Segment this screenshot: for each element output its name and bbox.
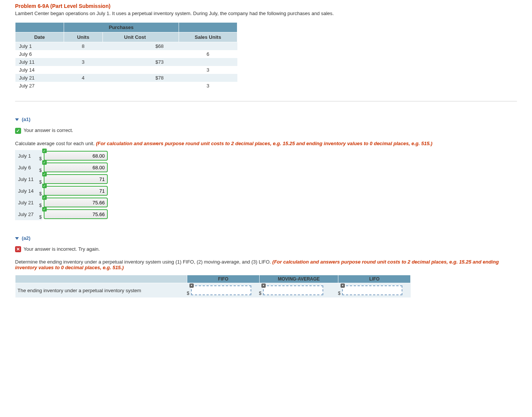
hint-text: (For calculation and answers purpose rou… bbox=[96, 141, 433, 146]
table-row: July 6 6 bbox=[15, 50, 237, 58]
cell-unit-cost: $73 bbox=[102, 58, 179, 66]
chevron-down-icon bbox=[15, 118, 19, 121]
table-row: July 11 3 $73 bbox=[15, 58, 237, 66]
col-date: Date bbox=[15, 32, 64, 42]
col-sales-units: Sales Units bbox=[179, 32, 237, 42]
answer-row: July 1 ✓ $ bbox=[15, 150, 109, 162]
purchases-header: Purchases bbox=[64, 23, 179, 32]
answer-input[interactable] bbox=[44, 163, 108, 172]
answer-label: July 11 bbox=[15, 173, 42, 185]
answer-label: July 27 bbox=[15, 208, 42, 220]
cell-unit-cost: $78 bbox=[102, 74, 179, 82]
x-icon: ✕ bbox=[15, 246, 21, 252]
answer-input[interactable] bbox=[44, 209, 108, 219]
cell-unit-cost: $68 bbox=[102, 42, 179, 51]
cell-sales bbox=[179, 42, 237, 51]
feedback-correct: ✓ Your answer is correct. bbox=[15, 127, 517, 134]
dollar-sign: $ bbox=[259, 291, 261, 296]
answer-row: July 11 ✓ $ bbox=[15, 173, 109, 185]
check-icon: ✓ bbox=[15, 128, 21, 134]
check-icon: ✓ bbox=[42, 149, 47, 153]
col-lifo: LIFO bbox=[338, 275, 411, 283]
problem-intro: Lambert Center began operations on July … bbox=[15, 11, 517, 16]
answer-table-a1: July 1 ✓ $ July 6 ✓ $ July 11 ✓ $ bbox=[15, 150, 109, 220]
cell-sales bbox=[179, 74, 237, 82]
answer-input[interactable] bbox=[44, 186, 108, 196]
cell-units bbox=[64, 66, 102, 74]
feedback-text: Your answer is incorrect. Try again. bbox=[23, 246, 100, 252]
cell-date: July 1 bbox=[15, 42, 64, 51]
x-icon: ✕ bbox=[190, 284, 194, 288]
answer-label: July 21 bbox=[15, 197, 42, 208]
fifo-input[interactable] bbox=[191, 285, 251, 295]
cell-sales bbox=[179, 58, 237, 66]
cell-sales: 3 bbox=[179, 82, 237, 90]
answer-row: July 21 ✓ $ bbox=[15, 197, 109, 208]
answer-input[interactable] bbox=[44, 151, 108, 161]
col-fifo: FIFO bbox=[187, 275, 260, 283]
question-text: Calculate average cost for each unit. bbox=[15, 141, 96, 146]
divider bbox=[15, 101, 517, 101]
check-icon: ✓ bbox=[42, 172, 47, 176]
moving-average-input[interactable] bbox=[263, 285, 323, 295]
cell-units bbox=[64, 82, 102, 90]
question-a1: Calculate average cost for each unit. (F… bbox=[15, 141, 517, 146]
dollar-sign: $ bbox=[39, 179, 42, 185]
col-units: Units bbox=[64, 32, 102, 42]
check-icon: ✓ bbox=[42, 184, 47, 188]
answer-row: July 6 ✓ $ bbox=[15, 162, 109, 173]
col-unit-cost: Unit Cost bbox=[102, 32, 179, 42]
question-a2: Determine the ending inventory under a p… bbox=[15, 259, 517, 270]
dollar-sign: $ bbox=[338, 291, 341, 296]
dollar-sign: $ bbox=[39, 168, 42, 173]
cell-date: July 11 bbox=[15, 58, 64, 66]
row-label: The ending inventory under a perpetual i… bbox=[15, 283, 187, 298]
dollar-sign: $ bbox=[187, 291, 190, 296]
table-row: July 1 8 $68 bbox=[15, 42, 237, 51]
table-row: July 21 4 $78 bbox=[15, 74, 237, 82]
cell-units: 3 bbox=[64, 58, 102, 66]
cell-sales: 6 bbox=[179, 50, 237, 58]
x-icon: ✕ bbox=[341, 284, 345, 288]
x-icon: ✕ bbox=[261, 284, 266, 288]
cell-sales: 3 bbox=[179, 66, 237, 74]
feedback-text: Your answer is correct. bbox=[23, 127, 73, 133]
cell-date: July 21 bbox=[15, 74, 64, 82]
lifo-input[interactable] bbox=[342, 285, 402, 295]
cell-units bbox=[64, 50, 102, 58]
answer-row: July 27 ✓ $ bbox=[15, 208, 109, 220]
section-label: (a2) bbox=[22, 235, 31, 241]
dollar-sign: $ bbox=[39, 203, 42, 208]
table-row: July 14 3 bbox=[15, 66, 237, 74]
dollar-sign: $ bbox=[39, 191, 42, 196]
cell-unit-cost bbox=[102, 82, 179, 90]
answer-label: July 14 bbox=[15, 185, 42, 197]
section-toggle-a1[interactable]: (a1) bbox=[15, 117, 517, 122]
cell-date: July 27 bbox=[15, 82, 64, 90]
check-icon: ✓ bbox=[42, 207, 47, 212]
table-row: July 27 3 bbox=[15, 82, 237, 90]
problem-title: Problem 6-9A (Part Level Submission) bbox=[15, 3, 517, 9]
cell-date: July 14 bbox=[15, 66, 64, 74]
cell-units: 8 bbox=[64, 42, 102, 51]
purchases-sales-table: Purchases Date Units Unit Cost Sales Uni… bbox=[15, 22, 237, 90]
answer-input[interactable] bbox=[44, 174, 108, 184]
check-icon: ✓ bbox=[42, 195, 47, 200]
dollar-sign: $ bbox=[39, 215, 42, 220]
answer-row: July 14 ✓ $ bbox=[15, 185, 109, 197]
col-moving-average: MOVING-AVERAGE bbox=[259, 275, 338, 283]
chevron-down-icon bbox=[15, 237, 19, 240]
dollar-sign: $ bbox=[39, 156, 42, 161]
cell-date: July 6 bbox=[15, 50, 64, 58]
cell-units: 4 bbox=[64, 74, 102, 82]
feedback-incorrect: ✕ Your answer is incorrect. Try again. bbox=[15, 246, 517, 253]
section-toggle-a2[interactable]: (a2) bbox=[15, 235, 517, 241]
section-label: (a1) bbox=[22, 117, 31, 122]
answer-input[interactable] bbox=[44, 198, 108, 207]
table-row: The ending inventory under a perpetual i… bbox=[15, 283, 411, 298]
answer-label: July 1 bbox=[15, 150, 42, 162]
cell-unit-cost bbox=[102, 66, 179, 74]
question-text: Determine the ending inventory under a p… bbox=[15, 259, 272, 265]
cell-unit-cost bbox=[102, 50, 179, 58]
ending-inventory-table: FIFO MOVING-AVERAGE LIFO The ending inve… bbox=[15, 275, 411, 297]
